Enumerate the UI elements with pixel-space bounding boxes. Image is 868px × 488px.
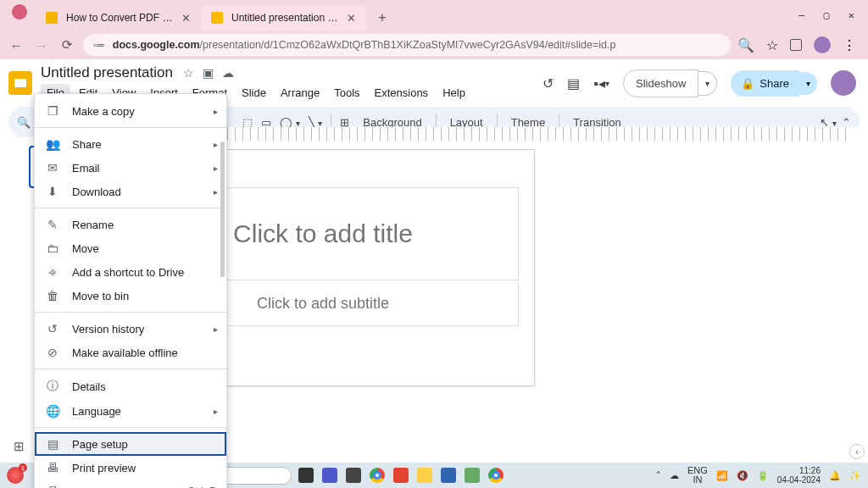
language-indicator[interactable]: ENG IN: [687, 466, 708, 485]
menu-item-offline[interactable]: ⊘ Make available offline: [35, 341, 226, 364]
document-title[interactable]: Untitled presentation: [41, 64, 173, 81]
menu-item-label: Move: [72, 242, 99, 255]
file-menu-dropdown: ❐ Make a copy ▸ 👥 Share ▸ ✉ Email ▸ ⬇ Do…: [34, 93, 227, 488]
explore-button[interactable]: ‹: [849, 444, 865, 459]
menu-separator: [35, 127, 226, 128]
chrome-account-avatar[interactable]: [814, 36, 831, 53]
browser-address-bar: ← → ⟳ ◦═ docs.google.com/presentation/d/…: [0, 30, 868, 59]
chrome-running-icon[interactable]: [487, 466, 505, 485]
meet-icon[interactable]: ▪◂ ▾: [593, 75, 609, 92]
close-tab-icon[interactable]: ✕: [181, 12, 191, 25]
menu-item-language[interactable]: 🌐 Language ▸: [35, 399, 226, 423]
star-icon[interactable]: ☆: [183, 66, 194, 80]
slideshow-button[interactable]: Slideshow: [623, 69, 698, 97]
minimize-button[interactable]: —: [798, 9, 804, 21]
grid-view-icon[interactable]: ⊞: [14, 439, 25, 454]
menu-item-move[interactable]: 🗀 Move: [35, 236, 226, 260]
offline-icon: ⊘: [45, 346, 60, 359]
menu-scrollbar[interactable]: [220, 141, 225, 277]
app-icon[interactable]: [344, 466, 363, 485]
menu-item-print[interactable]: 🖶 Print Ctrl+P: [35, 480, 226, 488]
rename-icon: ✎: [45, 218, 60, 231]
battery-icon[interactable]: 🔋: [757, 470, 769, 481]
copy-icon: ❐: [45, 104, 60, 118]
share-dropdown[interactable]: ▾: [799, 72, 817, 95]
menu-item-label: Page setup: [72, 438, 128, 451]
site-info-icon[interactable]: ◦═: [93, 39, 104, 51]
new-tab-button[interactable]: +: [371, 7, 393, 29]
wifi-icon[interactable]: 📶: [716, 470, 728, 481]
notifications-icon[interactable]: 🔔: [829, 470, 841, 481]
menu-item-version-history[interactable]: ↺ Version history ▸: [35, 317, 226, 341]
menu-item-label: Print preview: [72, 462, 136, 474]
zoom-icon[interactable]: 🔍: [737, 37, 754, 53]
account-avatar[interactable]: [831, 70, 856, 96]
print-icon: 🖶: [45, 485, 60, 488]
chrome-profile-icon[interactable]: [12, 4, 27, 19]
move-icon: 🗀: [45, 241, 60, 255]
menu-item-label: Language: [72, 405, 121, 418]
close-tab-icon[interactable]: ✕: [347, 12, 356, 25]
bookmark-icon[interactable]: ☆: [766, 37, 778, 53]
copilot-icon[interactable]: ✨: [849, 470, 861, 481]
submenu-arrow-icon: ▸: [214, 324, 218, 334]
app-icon-2[interactable]: [463, 466, 481, 485]
comments-icon[interactable]: ▤: [567, 75, 580, 92]
side-panel-icon[interactable]: [790, 39, 802, 51]
window-controls: — ▢ ✕: [798, 9, 868, 21]
tray-chevron-icon[interactable]: ˄: [656, 470, 661, 481]
task-view-icon[interactable]: [297, 466, 315, 485]
menu-item-make-copy[interactable]: ❐ Make a copy ▸: [35, 99, 226, 123]
forward-button[interactable]: →: [32, 36, 51, 54]
onedrive-icon[interactable]: ☁: [670, 470, 679, 481]
lock-icon: 🔒: [741, 77, 754, 90]
cloud-status-icon[interactable]: ☁: [222, 66, 234, 80]
move-folder-icon[interactable]: ▣: [203, 66, 214, 80]
menu-tools[interactable]: Tools: [328, 84, 365, 102]
shortcut-icon: ⎆: [45, 265, 60, 279]
slideshow-dropdown[interactable]: ▾: [698, 71, 717, 96]
menu-item-page-setup[interactable]: ▤ Page setup: [35, 432, 226, 456]
email-icon: ✉: [45, 161, 60, 175]
history-icon[interactable]: ↺: [542, 75, 554, 92]
file-explorer-icon[interactable]: [415, 466, 434, 485]
menu-item-download[interactable]: ⬇ Download ▸: [35, 180, 226, 203]
print-preview-icon: 🖶: [45, 461, 60, 474]
url-field[interactable]: ◦═ docs.google.com/presentation/d/1CmzO6…: [83, 34, 731, 56]
chrome-menu-icon[interactable]: ⋮: [843, 37, 856, 53]
close-window-button[interactable]: ✕: [849, 9, 854, 21]
browser-tab-1[interactable]: How to Convert PDF to Google ✕: [36, 5, 201, 30]
menu-separator: [35, 369, 226, 369]
browser-tab-2[interactable]: Untitled presentation - Google ✕: [201, 5, 366, 30]
chrome-icon[interactable]: [368, 466, 387, 485]
menu-help[interactable]: Help: [437, 84, 471, 102]
volume-icon[interactable]: 🔇: [737, 470, 748, 481]
slides-logo-icon[interactable]: [8, 71, 32, 95]
menu-item-print-preview[interactable]: 🖶 Print preview: [35, 456, 226, 480]
todoist-icon[interactable]: [392, 466, 410, 485]
start-orb-icon[interactable]: [7, 467, 24, 484]
taskbar-clock[interactable]: 11:26 04-04-2024: [777, 466, 821, 485]
reload-button[interactable]: ⟳: [58, 36, 76, 54]
maximize-button[interactable]: ▢: [824, 9, 830, 21]
teams-icon[interactable]: [320, 466, 339, 485]
menu-arrange[interactable]: Arrange: [275, 84, 326, 102]
browser-tab-strip: How to Convert PDF to Google ✕ Untitled …: [0, 0, 868, 30]
menu-item-add-shortcut[interactable]: ⎆ Add a shortcut to Drive: [35, 260, 226, 284]
menu-item-email[interactable]: ✉ Email ▸: [35, 156, 226, 180]
submenu-arrow-icon: ▸: [214, 187, 218, 197]
menu-item-details[interactable]: ⓘ Details: [35, 374, 226, 399]
menu-item-rename[interactable]: ✎ Rename: [35, 213, 226, 236]
share-button[interactable]: 🔒 Share: [731, 70, 799, 97]
menu-item-share[interactable]: 👥 Share ▸: [35, 132, 226, 156]
info-icon: ⓘ: [45, 379, 60, 394]
url-host: docs.google.com: [113, 39, 200, 51]
menu-slide[interactable]: Slide: [236, 84, 272, 102]
menu-extensions[interactable]: Extensions: [369, 84, 435, 102]
menu-item-label: Details: [72, 380, 106, 393]
calculator-icon[interactable]: [439, 466, 458, 485]
share-label: Share: [760, 77, 789, 90]
slides-favicon-icon: [46, 12, 58, 24]
menu-item-move-to-bin[interactable]: 🗑 Move to bin: [35, 284, 226, 308]
back-button[interactable]: ←: [7, 36, 25, 54]
